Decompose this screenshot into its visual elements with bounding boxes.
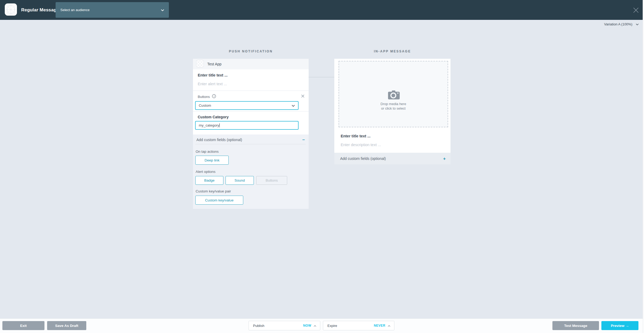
add-custom-fields-label: Add custom fields (optional) [196,138,242,142]
test-message-button[interactable]: Test Message [552,321,599,330]
push-card-header: Test App [193,59,309,69]
expire-schedule-selector[interactable]: Expire NEVER [323,321,394,330]
exit-button[interactable]: Exit [2,321,44,330]
inapp-message-card: Drop media here or click to select Enter… [334,59,451,164]
push-section-title: PUSH NOTIFICATION [193,50,309,53]
test-app-icon [196,60,204,69]
alert-options-label: Alert options [196,170,215,174]
custom-category-input[interactable]: my_category [195,121,299,130]
chevron-up-icon [388,323,390,328]
publish-value: NOW [303,324,311,327]
preview-button[interactable]: Preview → [601,321,638,330]
page-title: Regular Message [21,0,59,20]
media-drop-zone[interactable]: Drop media here or click to select [339,61,448,127]
publish-label: Publish [253,324,264,328]
expire-label: Expire [327,324,337,328]
save-as-draft-button[interactable]: Save As Draft [47,321,86,330]
custom-kv-label: Custom key/value pair [196,189,231,193]
button-type-value: Custom [199,104,211,107]
chevron-down-icon [161,8,164,12]
badge-toggle-button[interactable]: Badge [195,176,223,185]
add-custom-fields-label: Add custom fields (optional) [340,156,386,161]
push-title-input[interactable]: Enter title text ... [198,73,228,77]
close-icon[interactable] [633,7,639,13]
on-tap-actions-label: On tap actions [196,150,219,154]
chevron-down-icon [636,22,639,26]
push-card-options-section: Add custom fields (optional) − On tap ac… [193,134,309,209]
expand-plus-icon[interactable]: + [443,156,446,161]
divider [193,111,309,111]
audience-select-label: Select an audience [60,8,90,12]
collapse-minus-icon[interactable]: − [302,138,305,142]
inapp-add-custom-fields-toggle[interactable]: Add custom fields (optional) + [334,153,451,164]
top-bar: Regular Message Select an audience [0,0,644,20]
app-template-icon [5,3,17,17]
button-type-select[interactable]: Custom [195,101,299,110]
remove-buttons-section-icon[interactable] [301,94,305,98]
message-composer: Regular Message Select an audience Varia… [0,0,644,333]
custom-category-value: my_category [199,123,219,127]
publish-schedule-selector[interactable]: Publish NOW [249,321,320,330]
custom-kv-button[interactable]: Custom key/value [195,196,243,205]
drop-media-text: Drop media here or click to select [339,102,448,111]
push-buttons-label: Buttons i [198,94,216,99]
divider [195,144,306,144]
inapp-section-title: IN-APP MESSAGE [334,50,451,53]
scrollbar[interactable] [643,0,644,333]
buttons-label-text: Buttons [198,95,210,99]
deep-link-button[interactable]: Deep link [195,156,229,165]
chevron-up-icon [314,323,316,328]
inapp-description-input[interactable]: Enter description text ... [341,143,381,147]
drop-media-line1: Drop media here [339,102,448,106]
info-icon[interactable]: i [212,94,216,99]
expire-value: NEVER [374,324,385,327]
buttons-toggle-button[interactable]: Buttons [256,176,287,185]
custom-category-label: Custom Category [198,115,229,119]
chevron-down-icon [292,103,295,108]
footer-bar: Exit Save As Draft Publish NOW Expire NE… [0,318,644,333]
audience-select[interactable]: Select an audience [56,2,169,18]
inapp-title-input[interactable]: Enter title text ... [341,134,371,138]
sound-toggle-button[interactable]: Sound [226,176,254,185]
svg-text:i: i [214,95,214,98]
push-app-name: Test App [207,62,222,66]
push-add-custom-fields-toggle[interactable]: Add custom fields (optional) − [196,136,305,143]
camera-icon [388,90,400,102]
drop-media-line2: or click to select [339,106,448,111]
text-cursor [219,123,220,127]
divider [193,91,309,91]
push-notification-card: Test App Enter title text ... Enter aler… [193,59,309,209]
push-alert-input[interactable]: Enter alert text ... [198,82,227,86]
variation-label: Variation A (100%) [604,22,632,26]
card-connector-line [309,77,334,77]
variation-selector[interactable]: Variation A (100%) [604,22,639,26]
